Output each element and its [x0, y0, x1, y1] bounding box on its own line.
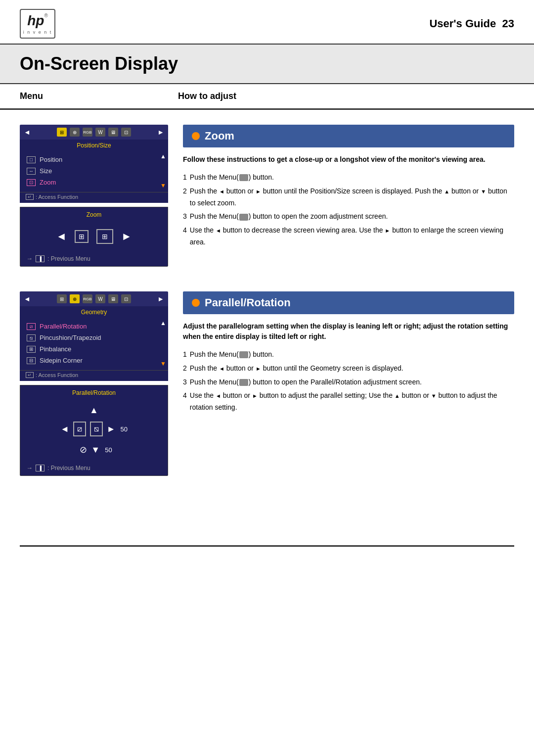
zoom-section-header: Zoom — [183, 125, 514, 147]
size-icon: ↔ — [27, 168, 36, 175]
prev-menu-icon: ▐ — [36, 255, 44, 262]
zoom-menu-list: ▲ □ Position ↔ Size ⊡ Zoom ▼ — [20, 150, 168, 192]
par-nav-icon-position: ⊞ — [57, 294, 67, 303]
parallel-section: ◄ ⊞ ⊕ RGB W 🖥 ⊡ ► Geometry ▲ ⧄ P — [20, 291, 514, 476]
position-icon: □ — [27, 156, 36, 163]
par-menu-btn-3 — [239, 379, 248, 386]
zoom-step-4: 4 Use the ◄ button to decrease the scree… — [183, 225, 514, 248]
par-nav-icon-input: 🖥 — [108, 294, 118, 303]
parallel-section-header: Parallel/Rotation — [183, 291, 514, 314]
parallel-step-2: 2 Push the ◄ button or ► button until th… — [183, 363, 514, 375]
parallel-access-function: ↵ : Access Function — [20, 370, 168, 381]
zoom-sub-title: Zoom — [26, 211, 162, 218]
par-scroll-down: ▼ — [160, 360, 166, 367]
par-down-arrow-row: ⊘ ▼ — [76, 444, 100, 455]
menu-btn-icon-1 — [239, 174, 248, 181]
parallel-menu-list: ▲ ⧄ Parallel/Rotation ⧅ Pincushion/Trape… — [20, 317, 168, 370]
menu-btn-icon-3 — [239, 214, 248, 221]
menu-item-zoom: ⊡ Zoom — [26, 177, 162, 188]
nav-icon-rgb: RGB — [83, 128, 92, 137]
parallel-steps: 1 Push the Menu() button. 2 Push the ◄ b… — [183, 349, 514, 414]
zoom-steps: 1 Push the Menu() button. 2 Push the ◄ b… — [183, 172, 514, 248]
access-icon: ↵ — [26, 194, 34, 200]
par-access-icon: ↵ — [26, 372, 34, 378]
nav-icon-position: ⊞ — [57, 128, 67, 137]
par-nav-arrow-left: ◄ — [24, 295, 31, 303]
zoom-step-2: 2 Push the ◄ button or ► button until th… — [183, 186, 514, 209]
par-main-row: ◄ ⧄ ⧅ ► — [60, 422, 116, 436]
nav-arrow-left: ◄ — [24, 128, 31, 136]
parallel-sub-title: Parallel/Rotation — [26, 389, 162, 396]
page-header: hp ® i n v e n t User's Guide 23 — [0, 0, 534, 45]
parallel-description: Adjust the parallelogram setting when th… — [183, 321, 514, 342]
zoom-description: Follow these instructions to get a close… — [183, 154, 514, 165]
par-shape-rot: ⊘ — [80, 444, 87, 455]
zoom-osd-nav: ◄ ⊞ ⊕ RGB W 🖥 ⊡ ► — [20, 125, 168, 140]
parallel-sub-content: ▲ ◄ ⧄ ⧅ ► 50 — [26, 400, 162, 460]
scroll-up-icon: ▲ — [160, 153, 166, 160]
parallel-nav-label: Geometry — [81, 309, 107, 316]
par-menu-btn-1 — [239, 351, 248, 358]
menu-item-parallel: ⧄ Parallel/Rotation — [26, 321, 162, 332]
par-left-arrow: ◄ — [60, 424, 69, 434]
parallel-prev-menu: → ▐ : Previous Menu — [26, 464, 162, 472]
how-column-header: How to adjust — [178, 91, 514, 101]
zoom-instructions: Zoom Follow these instructions to get a … — [183, 125, 514, 267]
page-footer — [20, 545, 514, 550]
menu-item-sidepin: ⊟ Sidepin Corner — [26, 355, 162, 366]
par-nav-icon-size: W — [95, 294, 105, 303]
parallel-step-4: 4 Use the ◄ button or ► button to adjust… — [183, 390, 514, 414]
zoom-step-3: 3 Push the Menu() button to open the zoo… — [183, 211, 514, 223]
nav-icon-geometry: ⊕ — [70, 128, 80, 137]
zoom-step-1: 1 Push the Menu() button. — [183, 172, 514, 184]
nav-icon-size: W — [95, 128, 105, 137]
parallel-instructions: Parallel/Rotation Adjust the parallelogr… — [183, 291, 514, 476]
main-content: ◄ ⊞ ⊕ RGB W 🖥 ⊡ ► Position/Size ▲ □ — [0, 110, 534, 516]
parallel-osd-panel: ◄ ⊞ ⊕ RGB W 🖥 ⊡ ► Geometry ▲ ⧄ P — [20, 291, 168, 476]
menu-item-position: □ Position — [26, 154, 162, 165]
guide-title: User's Guide 23 — [429, 17, 514, 30]
scroll-down-icon: ▼ — [160, 182, 166, 189]
par-value1: 50 — [121, 425, 128, 433]
menu-column-header: Menu — [20, 91, 178, 101]
par-nav-icons: ⊞ ⊕ RGB W 🖥 ⊡ — [57, 294, 131, 303]
zoom-section: ◄ ⊞ ⊕ RGB W 🖥 ⊡ ► Position/Size ▲ □ — [20, 125, 514, 267]
page-title: On-Screen Display — [20, 53, 514, 74]
par-right-arrow: ► — [107, 424, 116, 434]
hp-logo: hp ® i n v e n t — [20, 9, 55, 39]
par-value2: 50 — [105, 446, 112, 454]
menu-item-size: ↔ Size — [26, 165, 162, 177]
par-shape-right: ⧅ — [90, 422, 103, 436]
zoom-dot — [192, 132, 200, 140]
pincushion-icon: ⧅ — [27, 334, 36, 341]
logo-invent-text: i n v e n t — [23, 30, 52, 35]
parallel-title: Parallel/Rotation — [205, 296, 291, 309]
zoom-shrink-arrow: ◄ — [56, 230, 67, 243]
par-nav-arrow-right: ► — [157, 295, 164, 303]
zoom-icon: ⊡ — [27, 179, 36, 186]
parallel-sub-panel: Parallel/Rotation ▲ ◄ ⧄ ⧅ ► 50 — [20, 385, 168, 476]
column-headers: Menu How to adjust — [0, 84, 534, 110]
pinbalance-icon: ⊞ — [27, 346, 36, 353]
menu-item-pinbalance: ⊞ Pinbalance — [26, 343, 162, 355]
zoom-access-function: ↵ : Access Function — [20, 192, 168, 203]
zoom-expand-box: ⊞ — [96, 229, 113, 244]
parallel-step-3: 3 Push the Menu() button to open the Par… — [183, 377, 514, 388]
nav-icons: ⊞ ⊕ RGB W 🖥 ⊡ — [57, 128, 131, 137]
logo-registered: ® — [44, 13, 47, 18]
sidepin-icon: ⊟ — [27, 357, 36, 364]
parallel-dot — [192, 299, 200, 307]
zoom-sub-panel: Zoom ◄ ⊞ ⊞ ► → ▐ : Previous Menu — [20, 207, 168, 267]
par-up-arrow: ▲ — [89, 405, 98, 416]
nav-icon-menu: ⊡ — [121, 128, 131, 137]
parallel-step-1: 1 Push the Menu() button. — [183, 349, 514, 361]
zoom-prev-menu: → ▐ : Previous Menu — [26, 255, 162, 262]
parallel-icon: ⧄ — [27, 323, 36, 330]
par-nav-icon-menu: ⊡ — [121, 294, 131, 303]
par-scroll-up: ▲ — [160, 320, 166, 327]
page-title-area: On-Screen Display — [0, 45, 534, 84]
par-nav-icon-geometry: ⊕ — [70, 294, 80, 303]
parallel-osd-nav: ◄ ⊞ ⊕ RGB W 🖥 ⊡ ► — [20, 291, 168, 306]
par-shape-left: ⧄ — [73, 422, 86, 436]
zoom-title: Zoom — [205, 130, 234, 142]
